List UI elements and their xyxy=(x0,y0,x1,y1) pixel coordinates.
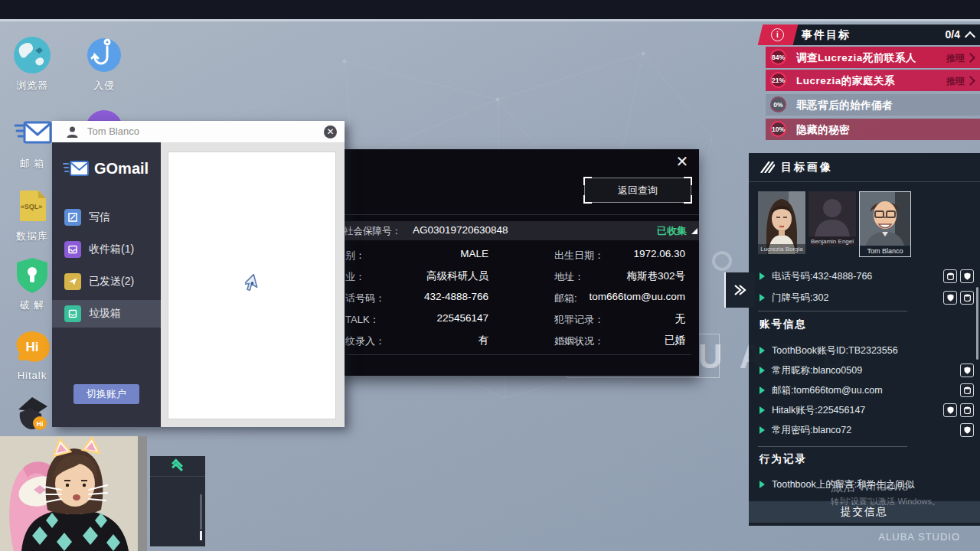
hi-badge-text: Hi xyxy=(37,420,44,428)
mail-menu-trash[interactable]: 垃圾箱 xyxy=(52,300,161,328)
back-to-query-button[interactable]: 返回查询 xyxy=(584,178,691,203)
portrait-benjamin[interactable]: Benjamin Engel xyxy=(808,191,856,246)
db-field-row: TALK： 225456147 犯罪记录： 无 xyxy=(339,308,699,330)
menu-label: 垃圾箱 xyxy=(89,307,121,321)
clue-text: ToothBook账号ID:TB2323556 xyxy=(772,344,898,357)
divider xyxy=(758,311,907,311)
icon-label: 浏览器 xyxy=(0,79,64,93)
account-section-header: 账号信息 xyxy=(760,318,807,331)
field-value: 高级科研人员 xyxy=(385,269,488,283)
behavior-section-header: 行为记录 xyxy=(760,452,807,466)
database-icon[interactable] xyxy=(960,383,974,397)
shield-icon[interactable] xyxy=(943,403,957,417)
panel-expand-handle[interactable] xyxy=(724,272,755,308)
portrait-title: 目标画像 xyxy=(781,161,833,174)
close-icon[interactable]: ✕ xyxy=(675,154,690,169)
windows-activate-watermark: 激活 Windows xyxy=(831,479,908,495)
corner-fold-icon xyxy=(691,228,697,234)
clue-row[interactable]: 邮箱:tom666tom@uu.com xyxy=(749,380,980,400)
mail-account-name: Tom Blanco xyxy=(87,126,139,137)
collected-badge: 已收集 xyxy=(657,224,687,238)
windows-activate-hint: 转到“设置”以激活 Windows。 xyxy=(831,496,940,507)
db-field-row: 业： 高级科研人员 地址： 梅斯巷302号 xyxy=(339,266,699,287)
close-icon[interactable]: ✕ xyxy=(324,126,337,139)
icon-label: 入侵 xyxy=(72,79,136,93)
mail-menu-inbox[interactable]: 收件箱(1) xyxy=(52,236,161,263)
clue-text: 电话号码:432-4888-766 xyxy=(772,270,872,283)
clue-row[interactable]: ToothBook账号ID:TB2323556 xyxy=(749,341,980,360)
trash-icon xyxy=(64,305,81,322)
shield-icon[interactable] xyxy=(943,291,957,305)
collapse-chevron-icon[interactable] xyxy=(965,31,975,42)
portrait-header: 目标画像 xyxy=(749,153,980,182)
objective-item[interactable]: 0% 罪恶背后的始作俑者 xyxy=(766,94,980,116)
shield-icon[interactable] xyxy=(960,269,974,283)
db-field-row: 纹录入： 有 婚姻状况： 已婚 xyxy=(339,330,699,351)
mail-sidebar: GOmail 写信 收件箱(1) 已发送(2) xyxy=(52,142,161,427)
arrow-right-icon xyxy=(760,481,765,488)
objective-item[interactable]: 84% 调查Lucrezia死前联系人 推理 xyxy=(766,47,980,68)
mouse-cursor xyxy=(245,274,265,295)
benjamin-silhouette-image xyxy=(808,191,856,237)
webcam-overlay xyxy=(0,436,147,551)
clue-text: 常用昵称:blanco0509 xyxy=(772,364,862,377)
top-edge-highlight xyxy=(0,19,980,21)
arrow-right-icon xyxy=(760,272,765,280)
arrow-right-icon xyxy=(760,386,765,394)
clue-row[interactable]: 常用密码:blanco72 xyxy=(749,420,980,440)
objective-item[interactable]: 10% 隐藏的秘密 xyxy=(766,119,980,140)
tray-scrollbar[interactable] xyxy=(200,494,202,530)
sql-badge-text: «SQL» xyxy=(21,203,43,210)
shield-lock-icon xyxy=(12,255,52,295)
clue-text: 门牌号码:302 xyxy=(772,292,828,305)
mail-menu-sent[interactable]: 已发送(2) xyxy=(52,268,161,295)
tray-scrollbar-thumb[interactable] xyxy=(200,531,202,540)
objective-label: Lucrezia的家庭关系 xyxy=(796,74,895,88)
field-value: 1972.06.30 xyxy=(569,248,685,259)
hook-icon xyxy=(84,35,124,75)
field-value: MALE xyxy=(385,248,488,259)
deduce-link[interactable]: 推理 xyxy=(946,75,965,88)
objective-label: 罪恶背后的始作俑者 xyxy=(796,99,893,112)
clue-text: Hitalk账号:225456147 xyxy=(772,404,865,417)
switch-account-button[interactable]: 切换账户 xyxy=(74,384,139,404)
mail-envelope-icon xyxy=(12,113,52,153)
tray-collapse-button[interactable] xyxy=(150,456,205,477)
clue-text: 邮箱:tom666tom@uu.com xyxy=(772,384,883,397)
portrait-lucrezia[interactable]: Lucrezia Borgia xyxy=(758,191,805,254)
inbox-icon xyxy=(64,241,81,258)
browser-globe-icon xyxy=(12,35,52,75)
database-icon[interactable] xyxy=(943,269,957,283)
arrow-right-icon xyxy=(760,406,765,414)
menu-label: 已发送(2) xyxy=(89,275,134,289)
shield-icon[interactable] xyxy=(960,364,974,377)
compose-icon xyxy=(64,209,81,226)
clue-row[interactable]: Hitalk账号:225456147 xyxy=(749,400,980,420)
mail-menu-compose[interactable]: 写信 xyxy=(52,204,161,231)
back-to-query-label: 返回查询 xyxy=(618,184,658,196)
portrait-tom[interactable]: Tom Blanco xyxy=(859,191,911,257)
sql-file-icon: «SQL» xyxy=(12,186,52,226)
hatch-icon xyxy=(760,161,775,173)
clue-row[interactable]: 常用昵称:blanco0509 xyxy=(749,360,980,380)
clue-row[interactable]: 门牌号码:302 xyxy=(749,288,980,308)
field-label: 话号码： xyxy=(345,292,385,305)
field-value: 梅斯巷302号 xyxy=(569,269,685,283)
menu-label: 收件箱(1) xyxy=(89,243,134,256)
ssn-label: 社会保障号： xyxy=(344,225,401,238)
mail-titlebar[interactable]: Tom Blanco ✕ xyxy=(52,121,345,143)
panel-scrollbar[interactable] xyxy=(976,287,978,360)
user-icon xyxy=(66,126,79,139)
desktop-icon-intrude[interactable]: 入侵 xyxy=(72,35,136,93)
shield-icon[interactable] xyxy=(960,423,974,437)
database-icon[interactable] xyxy=(960,403,974,417)
field-value: 225456147 xyxy=(385,312,488,324)
deduce-link[interactable]: 推理 xyxy=(946,52,965,65)
desktop-icon-browser[interactable]: 浏览器 xyxy=(0,35,64,93)
clue-row[interactable]: 电话号码:432-4888-766 xyxy=(749,266,980,286)
portrait-name: Tom Blanco xyxy=(860,246,910,256)
database-icon[interactable] xyxy=(960,291,974,305)
objectives-header[interactable]: i 事件目标 0/4 xyxy=(763,24,980,45)
objective-item[interactable]: 21% Lucrezia的家庭关系 推理 xyxy=(766,70,980,91)
arrow-right-icon xyxy=(760,367,765,374)
